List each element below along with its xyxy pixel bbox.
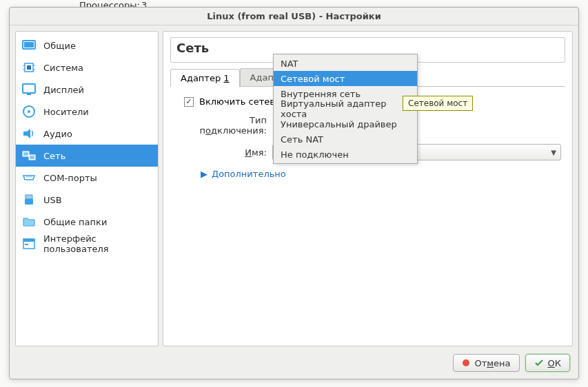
network-icon: [21, 148, 37, 163]
svg-rect-8: [23, 84, 35, 93]
serial-icon: [21, 170, 37, 185]
ui-icon: [21, 236, 37, 251]
sidebar-item-label: Общие папки: [43, 217, 107, 227]
sidebar-item-label: Общие: [43, 41, 76, 51]
svg-point-18: [28, 176, 30, 178]
sidebar-item-general[interactable]: Общие: [16, 34, 158, 56]
sidebar-item-audio[interactable]: Аудио: [16, 123, 158, 145]
svg-rect-9: [27, 94, 31, 95]
sidebar-item-system[interactable]: Система: [16, 56, 158, 79]
chevron-down-icon: ▼: [551, 149, 556, 156]
tooltip: Сетевой мост: [403, 96, 473, 111]
sidebar-item-serial[interactable]: COM-порты: [16, 167, 158, 189]
folder-icon: [21, 214, 37, 229]
ok-button[interactable]: ОК: [525, 354, 570, 372]
usb-icon: [21, 192, 37, 207]
svg-rect-3: [27, 65, 31, 70]
sidebar-item-ui[interactable]: Интерфейс пользователя: [16, 233, 158, 255]
svg-rect-1: [24, 42, 34, 48]
svg-point-25: [463, 359, 469, 366]
dropdown-item-natnetwork[interactable]: Сеть NAT: [274, 132, 417, 147]
svg-rect-24: [25, 244, 28, 245]
sidebar-item-label: Интерфейс пользователя: [43, 233, 152, 254]
sidebar-item-label: Сеть: [43, 151, 65, 161]
sidebar-item-storage[interactable]: Носители: [16, 101, 158, 123]
svg-rect-15: [23, 152, 28, 156]
window-title: Linux (from real USB) - Настройки: [10, 8, 578, 25]
advanced-label: Дополнительно: [212, 169, 286, 179]
name-label: Имя:: [184, 147, 267, 158]
enable-adapter-checkbox[interactable]: ✓: [184, 97, 194, 107]
sidebar-item-usb[interactable]: USB: [16, 189, 158, 211]
svg-point-11: [28, 110, 30, 113]
ok-icon: [534, 359, 544, 367]
svg-marker-12: [23, 129, 30, 138]
sidebar-item-network[interactable]: Сеть: [16, 145, 158, 167]
sidebar-item-label: Аудио: [43, 129, 72, 139]
svg-point-19: [30, 176, 32, 178]
cancel-button[interactable]: Отмена: [453, 354, 519, 372]
chip-icon: [21, 60, 37, 75]
attached-to-dropdown: NAT Сетевой мост Внутренняя сеть Виртуал…: [273, 54, 418, 164]
sidebar-item-display[interactable]: Дисплей: [16, 79, 158, 101]
tab-adapter-1[interactable]: Адаптер 1: [170, 69, 240, 87]
svg-rect-23: [23, 239, 34, 242]
sidebar-item-label: Система: [43, 63, 83, 73]
attached-to-label: Тип подключения:: [184, 115, 267, 136]
triangle-right-icon: ▶: [201, 169, 207, 179]
svg-point-17: [26, 176, 28, 178]
sidebar-item-shared-folders[interactable]: Общие папки: [16, 211, 158, 233]
dropdown-item-bridged[interactable]: Сетевой мост: [274, 71, 417, 86]
display-icon: [21, 82, 37, 97]
dropdown-item-notattached[interactable]: Не подключен: [274, 147, 417, 162]
svg-rect-21: [25, 199, 33, 205]
sidebar-item-label: Носители: [43, 107, 89, 117]
svg-rect-16: [30, 156, 34, 159]
general-icon: [21, 38, 37, 53]
sidebar-item-label: USB: [43, 195, 62, 205]
dropdown-item-generic[interactable]: Универсальный драйвер: [274, 116, 417, 132]
advanced-toggle[interactable]: ▶ Дополнительно: [184, 169, 561, 179]
cancel-icon: [462, 359, 470, 367]
sidebar-item-label: COM-порты: [43, 173, 97, 183]
sidebar-item-label: Дисплей: [43, 85, 84, 95]
disk-icon: [21, 104, 37, 119]
dialog-footer: Отмена ОК: [453, 354, 570, 372]
dropdown-item-nat[interactable]: NAT: [274, 56, 417, 71]
audio-icon: [21, 126, 37, 141]
svg-rect-20: [26, 195, 32, 199]
dropdown-item-hostonly[interactable]: Виртуальный адаптер хоста: [274, 101, 417, 116]
settings-sidebar: Общие Система Дисплей Носители: [15, 31, 159, 346]
